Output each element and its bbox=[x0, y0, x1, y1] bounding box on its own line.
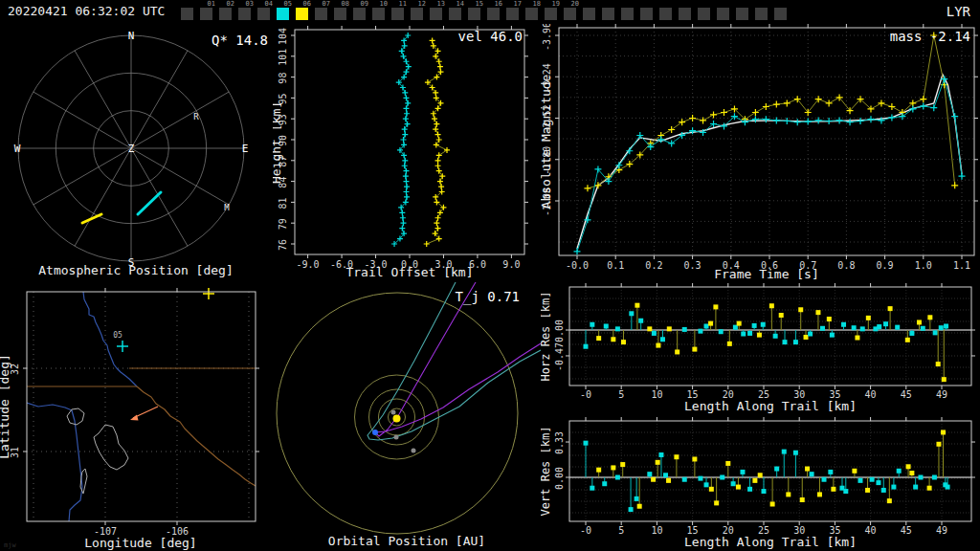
residual-point bbox=[740, 470, 745, 474]
x-tick-label: 49 bbox=[936, 525, 947, 536]
residual-point bbox=[909, 331, 914, 336]
residual-point bbox=[638, 319, 643, 323]
camera-slot-10: 10 bbox=[369, 0, 389, 24]
data-point-marker bbox=[920, 96, 926, 102]
camera-toggle-01[interactable] bbox=[200, 8, 212, 20]
camera-toggle[interactable] bbox=[736, 8, 748, 20]
planet-dot bbox=[394, 435, 399, 440]
plot-frame bbox=[569, 287, 971, 386]
data-point-marker bbox=[784, 118, 791, 124]
residual-point bbox=[590, 322, 594, 327]
x-tick-label: 0.3 bbox=[684, 260, 702, 271]
camera-toggle-19[interactable] bbox=[545, 8, 557, 20]
camera-toggle-12[interactable] bbox=[411, 8, 423, 20]
residual-point bbox=[887, 498, 892, 503]
y-axis-title: Horz Res [km] bbox=[541, 292, 552, 382]
camera-slot-blank bbox=[178, 0, 197, 24]
y-tick-label: 104 bbox=[278, 28, 288, 45]
data-point-marker bbox=[403, 58, 409, 64]
data-point-marker bbox=[399, 209, 405, 215]
camera-toggle[interactable] bbox=[698, 8, 710, 20]
camera-toggle-17[interactable] bbox=[506, 8, 519, 20]
camera-slot-blank bbox=[695, 0, 714, 24]
x-tick-label: 40 bbox=[865, 525, 877, 536]
camera-toggle[interactable] bbox=[659, 8, 672, 20]
residual-point bbox=[698, 329, 702, 334]
data-point-marker bbox=[403, 168, 409, 174]
camera-slot-blank bbox=[657, 0, 676, 24]
station-label: 05 bbox=[113, 331, 122, 340]
camera-label: 10 bbox=[380, 0, 388, 8]
data-point-marker bbox=[403, 179, 409, 185]
residual-point bbox=[905, 338, 910, 342]
camera-toggle-02[interactable] bbox=[219, 8, 232, 20]
residual-point bbox=[877, 324, 881, 329]
residual-point bbox=[674, 454, 679, 459]
axis-ticks bbox=[555, 24, 978, 259]
camera-toggle-18[interactable] bbox=[525, 8, 538, 20]
residual-point bbox=[752, 478, 757, 483]
data-point-marker bbox=[437, 179, 443, 185]
camera-toggle-07[interactable] bbox=[315, 8, 327, 20]
residual-point bbox=[793, 451, 798, 455]
data-point-marker bbox=[403, 105, 409, 111]
camera-toggle-03[interactable] bbox=[238, 8, 251, 20]
camera-toggle[interactable] bbox=[717, 8, 729, 20]
camera-toggle-13[interactable] bbox=[430, 8, 442, 20]
data-point-marker bbox=[763, 116, 769, 122]
camera-label: 03 bbox=[246, 0, 254, 8]
camera-toggle-14[interactable] bbox=[449, 8, 461, 20]
data-point-marker bbox=[436, 137, 442, 143]
camera-toggle-04[interactable] bbox=[257, 8, 270, 20]
residual-stems bbox=[584, 430, 950, 512]
residual-point bbox=[747, 331, 752, 336]
camera-toggle[interactable] bbox=[755, 8, 768, 20]
meteor-streak-cyan bbox=[138, 192, 161, 214]
data-point-marker bbox=[404, 194, 410, 200]
camera-toggle-15[interactable] bbox=[468, 8, 480, 20]
residual-point bbox=[917, 320, 922, 324]
camera-toggle-10[interactable] bbox=[372, 8, 385, 20]
camera-toggle[interactable] bbox=[181, 8, 193, 20]
residual-point bbox=[870, 477, 875, 482]
residual-point bbox=[858, 478, 862, 483]
camera-toggle-06[interactable] bbox=[296, 8, 308, 20]
camera-toggle[interactable] bbox=[679, 8, 691, 20]
topbar: 20220421 06:32:02 UTC 010203040506070809… bbox=[0, 0, 980, 24]
y-axis-title: Latitude [deg] bbox=[0, 354, 11, 459]
residual-point bbox=[596, 468, 601, 473]
camera-strip: 0102030405060708091011121314151617181920 bbox=[178, 0, 791, 24]
residual-point bbox=[727, 342, 732, 346]
camera-toggle-11[interactable] bbox=[391, 8, 404, 20]
data-point-marker bbox=[403, 173, 409, 179]
residual-point bbox=[927, 315, 932, 320]
residual-point bbox=[720, 475, 724, 480]
camera-toggle[interactable] bbox=[583, 8, 595, 20]
residual-point bbox=[704, 323, 709, 328]
residual-point bbox=[946, 485, 950, 490]
camera-toggle[interactable] bbox=[774, 8, 787, 20]
camera-toggle-05[interactable] bbox=[277, 8, 289, 20]
data-point-marker bbox=[436, 152, 442, 158]
residual-point bbox=[774, 467, 779, 472]
camera-toggle[interactable] bbox=[602, 8, 614, 20]
residual-point bbox=[731, 481, 736, 486]
camera-toggle-09[interactable] bbox=[353, 8, 366, 20]
camera-toggle-20[interactable] bbox=[564, 8, 576, 20]
camera-toggle[interactable] bbox=[621, 8, 634, 20]
camera-label: 19 bbox=[552, 0, 560, 8]
residual-point bbox=[815, 310, 820, 315]
residual-point bbox=[808, 332, 813, 337]
camera-toggle-08[interactable] bbox=[334, 8, 346, 20]
camera-toggle-16[interactable] bbox=[487, 8, 500, 20]
data-point-marker bbox=[784, 99, 791, 106]
residual-point bbox=[860, 326, 865, 331]
data-point-marker bbox=[794, 119, 801, 125]
camera-slot-blank bbox=[599, 0, 618, 24]
camera-slot-12: 12 bbox=[408, 0, 427, 24]
residual-point bbox=[615, 475, 620, 480]
zenith-label: Z bbox=[128, 143, 135, 155]
cardinal-east: E bbox=[242, 143, 249, 155]
camera-toggle[interactable] bbox=[640, 8, 653, 20]
axis-ticks bbox=[291, 26, 528, 258]
